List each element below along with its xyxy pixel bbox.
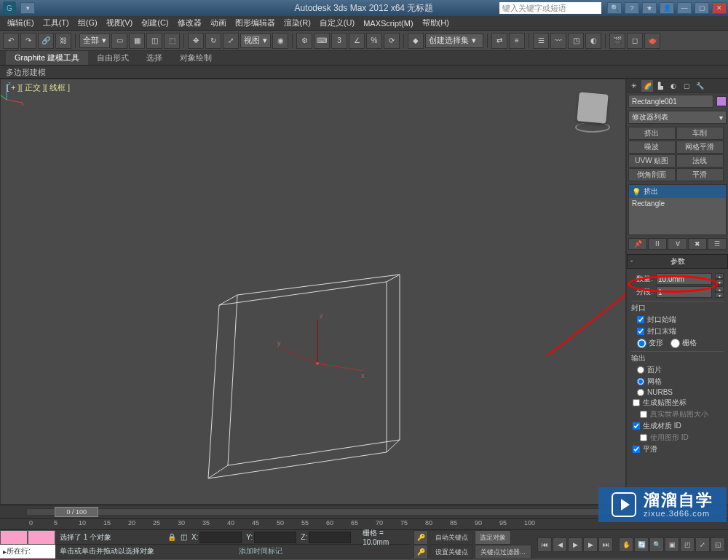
goto-end-button[interactable]: ⏭ bbox=[598, 537, 613, 552]
selection-filter[interactable]: 全部 ▾ bbox=[79, 33, 110, 48]
move-button[interactable]: ✥ bbox=[188, 33, 204, 49]
cap-grid-radio[interactable]: 栅格 bbox=[670, 338, 697, 348]
menu-animation[interactable]: 动画 bbox=[206, 16, 231, 30]
segments-spinner[interactable]: 1 bbox=[656, 286, 712, 298]
menu-grapheditor[interactable]: 图形编辑器 bbox=[231, 16, 280, 30]
render-button[interactable]: 🫖 bbox=[644, 33, 660, 49]
mod-btn-extrude[interactable]: 挤出 bbox=[628, 127, 676, 140]
object-color-swatch[interactable] bbox=[716, 96, 727, 106]
menu-customize[interactable]: 自定义(U) bbox=[315, 16, 359, 30]
gen-matid-check[interactable]: 生成材质 ID bbox=[631, 421, 724, 431]
search-icon[interactable]: 🔍 bbox=[607, 2, 622, 14]
pan-view-button[interactable]: ✋ bbox=[619, 537, 633, 552]
mod-btn-smooth[interactable]: 平滑 bbox=[676, 168, 724, 181]
select-name-button[interactable]: ▦ bbox=[129, 33, 145, 49]
mod-btn-bevelprofile[interactable]: 倒角剖面 bbox=[628, 168, 676, 181]
zoom-extents-button[interactable]: ⤢ bbox=[695, 537, 710, 552]
setkey-button[interactable]: 设置关键点 bbox=[430, 545, 473, 559]
pin-stack-button[interactable]: 📌 bbox=[628, 238, 647, 250]
real-world-check[interactable]: 真实世界贴图大小 bbox=[631, 409, 724, 419]
app-menu-button[interactable]: ▾ bbox=[20, 2, 35, 14]
smooth-check[interactable]: 平滑 bbox=[631, 444, 724, 454]
coord-z-input[interactable] bbox=[309, 532, 351, 543]
cap-morph-radio[interactable]: 变形 bbox=[637, 338, 663, 348]
display-tab-icon[interactable]: ▢ bbox=[681, 80, 692, 92]
script-shelf-1[interactable] bbox=[0, 530, 28, 545]
segments-spin-buttons[interactable]: ▴▾ bbox=[715, 286, 724, 298]
window-crossing-button[interactable]: ⬚ bbox=[164, 33, 180, 49]
menu-group[interactable]: 组(G) bbox=[74, 16, 102, 30]
keyboard-shortcut-button[interactable]: ⌨ bbox=[314, 33, 330, 49]
menu-maxscript[interactable]: MAXScript(M) bbox=[359, 17, 417, 29]
zoom-button[interactable]: 🔍 bbox=[649, 537, 664, 552]
motion-tab-icon[interactable]: ◐ bbox=[668, 80, 679, 92]
minimize-button[interactable]: — bbox=[677, 2, 692, 14]
autokey-button[interactable]: 自动关键点 bbox=[430, 530, 473, 545]
menu-modifier[interactable]: 修改器 bbox=[173, 16, 206, 30]
maximize-button[interactable]: ▢ bbox=[695, 2, 709, 14]
coord-y-input[interactable] bbox=[254, 532, 296, 543]
viewport[interactable]: [ + ][ 正交 ][ 线框 ] y x z bbox=[0, 79, 626, 505]
create-tab-icon[interactable]: ✳ bbox=[628, 80, 640, 92]
play-button[interactable]: ▶ bbox=[568, 537, 582, 552]
cap-end-check[interactable]: 封口末端 bbox=[631, 326, 724, 336]
render-frame-button[interactable]: ◻ bbox=[627, 33, 643, 49]
amount-spin-buttons[interactable]: ▴▾ bbox=[715, 273, 724, 285]
stack-item-rectangle[interactable]: Rectangle bbox=[629, 198, 726, 209]
coord-toggle-icon[interactable]: ◫ bbox=[181, 533, 187, 541]
snap-toggle-3[interactable]: 3 bbox=[331, 33, 347, 49]
ribbon-tab-objectpaint[interactable]: 对象绘制 bbox=[171, 51, 221, 65]
mod-btn-lathe[interactable]: 车削 bbox=[676, 127, 724, 140]
utilities-tab-icon[interactable]: 🔧 bbox=[694, 80, 705, 92]
keyfilter-selected-dropdown[interactable]: 选定对象 bbox=[475, 530, 511, 545]
lock-icon[interactable]: 🔒 bbox=[167, 533, 176, 541]
output-patch-radio[interactable]: 面片 bbox=[631, 365, 724, 375]
signin-button[interactable]: 👤 bbox=[660, 2, 674, 14]
spinner-snap-button[interactable]: ⟳ bbox=[384, 33, 400, 49]
goto-start-button[interactable]: ⏮ bbox=[537, 537, 552, 552]
arc-rotate-button[interactable]: 🔄 bbox=[634, 537, 649, 552]
hierarchy-tab-icon[interactable]: ▙ bbox=[654, 80, 666, 92]
zoom-all-button[interactable]: ▣ bbox=[665, 537, 679, 552]
prev-frame-button[interactable]: ◀ bbox=[553, 537, 567, 552]
time-slider-thumb[interactable]: 0 / 100 bbox=[55, 507, 98, 517]
menu-help[interactable]: 帮助(H) bbox=[418, 16, 454, 30]
menu-view[interactable]: 视图(V) bbox=[102, 16, 138, 30]
editable-poly-button[interactable]: ◆ bbox=[408, 33, 424, 49]
ribbon-tab-graphite[interactable]: Graphite 建模工具 bbox=[6, 51, 88, 65]
modifier-stack[interactable]: 💡挤出 Rectangle bbox=[628, 184, 727, 235]
next-frame-button[interactable]: ▶ bbox=[583, 537, 598, 552]
add-time-tag[interactable]: 添加时间标记 bbox=[239, 546, 282, 556]
schematic-view-button[interactable]: ◳ bbox=[568, 33, 584, 49]
unlink-button[interactable]: ⛓ bbox=[55, 33, 71, 49]
angle-snap-button[interactable]: ∠ bbox=[349, 33, 365, 49]
remove-mod-button[interactable]: ✖ bbox=[688, 238, 707, 250]
output-nurbs-radio[interactable]: NURBS bbox=[631, 388, 724, 396]
make-unique-button[interactable]: ∀ bbox=[668, 238, 687, 250]
stack-item-extrude[interactable]: 💡挤出 bbox=[629, 185, 726, 198]
ref-coord-system[interactable]: 视图 ▾ bbox=[240, 33, 271, 48]
close-button[interactable]: ✕ bbox=[712, 2, 727, 14]
render-setup-button[interactable]: 🎬 bbox=[609, 33, 625, 49]
curve-editor-button[interactable]: 〰 bbox=[550, 33, 566, 49]
setkey-icon[interactable]: 🔑 bbox=[414, 545, 428, 559]
manipulate-button[interactable]: ⚙ bbox=[296, 33, 312, 49]
menu-tools[interactable]: 工具(T) bbox=[39, 16, 74, 30]
gen-mapping-check[interactable]: 生成贴图坐标 bbox=[631, 398, 724, 408]
help-search-input[interactable]: 键入关键字或短语 bbox=[499, 2, 601, 14]
star-button[interactable]: ★ bbox=[642, 2, 657, 14]
undo-button[interactable]: ↶ bbox=[3, 33, 19, 49]
coord-x-input[interactable] bbox=[199, 532, 242, 543]
material-editor-button[interactable]: ◐ bbox=[585, 33, 601, 49]
percent-snap-button[interactable]: % bbox=[366, 33, 382, 49]
named-selection-set[interactable]: 创建选择集 ▾ bbox=[425, 33, 483, 48]
menu-create[interactable]: 创建(C) bbox=[137, 16, 173, 30]
select-region-button[interactable]: ◫ bbox=[146, 33, 162, 49]
mod-btn-uvwmap[interactable]: UVW 贴图 bbox=[628, 154, 676, 167]
mod-btn-noise[interactable]: 噪波 bbox=[628, 141, 676, 154]
output-mesh-radio[interactable]: 网格 bbox=[631, 376, 724, 387]
amount-spinner[interactable]: 10.0mm bbox=[656, 273, 712, 285]
align-button[interactable]: ≡ bbox=[509, 33, 525, 49]
goto-line-input[interactable]: ▸ 所在行: bbox=[0, 545, 55, 558]
fov-button[interactable]: ◰ bbox=[680, 537, 695, 552]
